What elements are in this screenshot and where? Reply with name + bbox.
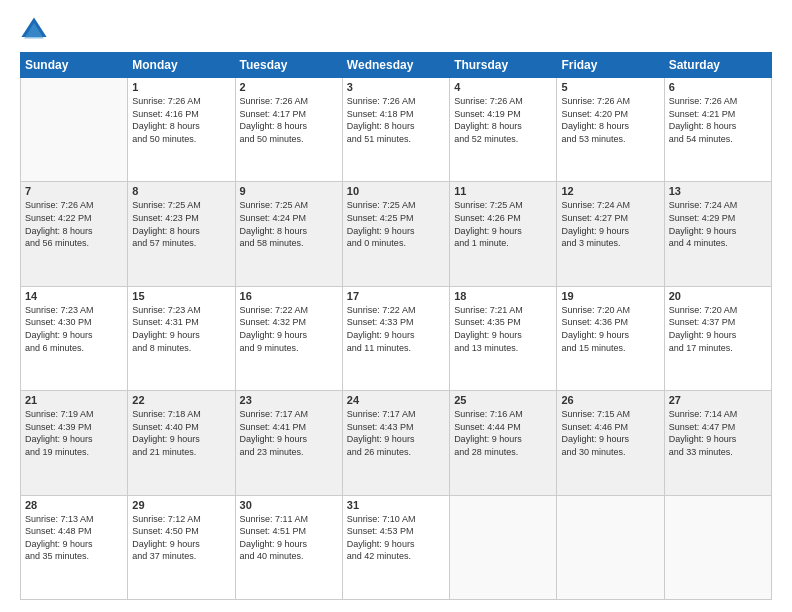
calendar-cell: 15Sunrise: 7:23 AM Sunset: 4:31 PM Dayli… <box>128 286 235 390</box>
calendar-cell: 1Sunrise: 7:26 AM Sunset: 4:16 PM Daylig… <box>128 78 235 182</box>
day-info: Sunrise: 7:12 AM Sunset: 4:50 PM Dayligh… <box>132 513 230 563</box>
calendar-cell: 7Sunrise: 7:26 AM Sunset: 4:22 PM Daylig… <box>21 182 128 286</box>
day-info: Sunrise: 7:26 AM Sunset: 4:17 PM Dayligh… <box>240 95 338 145</box>
day-number: 24 <box>347 394 445 406</box>
day-info: Sunrise: 7:19 AM Sunset: 4:39 PM Dayligh… <box>25 408 123 458</box>
calendar-cell: 18Sunrise: 7:21 AM Sunset: 4:35 PM Dayli… <box>450 286 557 390</box>
day-number: 3 <box>347 81 445 93</box>
day-info: Sunrise: 7:10 AM Sunset: 4:53 PM Dayligh… <box>347 513 445 563</box>
day-info: Sunrise: 7:24 AM Sunset: 4:29 PM Dayligh… <box>669 199 767 249</box>
day-number: 5 <box>561 81 659 93</box>
day-info: Sunrise: 7:14 AM Sunset: 4:47 PM Dayligh… <box>669 408 767 458</box>
day-info: Sunrise: 7:23 AM Sunset: 4:30 PM Dayligh… <box>25 304 123 354</box>
day-info: Sunrise: 7:26 AM Sunset: 4:18 PM Dayligh… <box>347 95 445 145</box>
calendar-cell: 29Sunrise: 7:12 AM Sunset: 4:50 PM Dayli… <box>128 495 235 599</box>
day-info: Sunrise: 7:24 AM Sunset: 4:27 PM Dayligh… <box>561 199 659 249</box>
day-info: Sunrise: 7:18 AM Sunset: 4:40 PM Dayligh… <box>132 408 230 458</box>
header <box>20 16 772 44</box>
calendar-table: SundayMondayTuesdayWednesdayThursdayFrid… <box>20 52 772 600</box>
calendar-cell: 5Sunrise: 7:26 AM Sunset: 4:20 PM Daylig… <box>557 78 664 182</box>
day-info: Sunrise: 7:25 AM Sunset: 4:23 PM Dayligh… <box>132 199 230 249</box>
day-number: 12 <box>561 185 659 197</box>
header-day-thursday: Thursday <box>450 53 557 78</box>
week-row-1: 7Sunrise: 7:26 AM Sunset: 4:22 PM Daylig… <box>21 182 772 286</box>
day-number: 9 <box>240 185 338 197</box>
day-number: 8 <box>132 185 230 197</box>
day-info: Sunrise: 7:13 AM Sunset: 4:48 PM Dayligh… <box>25 513 123 563</box>
day-number: 6 <box>669 81 767 93</box>
day-number: 22 <box>132 394 230 406</box>
day-info: Sunrise: 7:17 AM Sunset: 4:43 PM Dayligh… <box>347 408 445 458</box>
calendar-cell <box>664 495 771 599</box>
day-info: Sunrise: 7:23 AM Sunset: 4:31 PM Dayligh… <box>132 304 230 354</box>
day-number: 10 <box>347 185 445 197</box>
calendar-cell: 3Sunrise: 7:26 AM Sunset: 4:18 PM Daylig… <box>342 78 449 182</box>
calendar-cell: 6Sunrise: 7:26 AM Sunset: 4:21 PM Daylig… <box>664 78 771 182</box>
day-number: 26 <box>561 394 659 406</box>
calendar-cell: 27Sunrise: 7:14 AM Sunset: 4:47 PM Dayli… <box>664 391 771 495</box>
day-number: 4 <box>454 81 552 93</box>
day-number: 16 <box>240 290 338 302</box>
day-number: 28 <box>25 499 123 511</box>
day-info: Sunrise: 7:11 AM Sunset: 4:51 PM Dayligh… <box>240 513 338 563</box>
header-day-tuesday: Tuesday <box>235 53 342 78</box>
calendar-cell: 24Sunrise: 7:17 AM Sunset: 4:43 PM Dayli… <box>342 391 449 495</box>
calendar-cell: 11Sunrise: 7:25 AM Sunset: 4:26 PM Dayli… <box>450 182 557 286</box>
calendar-cell: 20Sunrise: 7:20 AM Sunset: 4:37 PM Dayli… <box>664 286 771 390</box>
header-row: SundayMondayTuesdayWednesdayThursdayFrid… <box>21 53 772 78</box>
day-number: 2 <box>240 81 338 93</box>
day-number: 15 <box>132 290 230 302</box>
header-day-monday: Monday <box>128 53 235 78</box>
calendar-cell: 22Sunrise: 7:18 AM Sunset: 4:40 PM Dayli… <box>128 391 235 495</box>
day-info: Sunrise: 7:25 AM Sunset: 4:25 PM Dayligh… <box>347 199 445 249</box>
calendar-cell <box>557 495 664 599</box>
day-info: Sunrise: 7:20 AM Sunset: 4:37 PM Dayligh… <box>669 304 767 354</box>
calendar-cell: 25Sunrise: 7:16 AM Sunset: 4:44 PM Dayli… <box>450 391 557 495</box>
page: SundayMondayTuesdayWednesdayThursdayFrid… <box>0 0 792 612</box>
calendar-cell: 23Sunrise: 7:17 AM Sunset: 4:41 PM Dayli… <box>235 391 342 495</box>
day-info: Sunrise: 7:21 AM Sunset: 4:35 PM Dayligh… <box>454 304 552 354</box>
day-info: Sunrise: 7:26 AM Sunset: 4:20 PM Dayligh… <box>561 95 659 145</box>
day-number: 30 <box>240 499 338 511</box>
day-info: Sunrise: 7:15 AM Sunset: 4:46 PM Dayligh… <box>561 408 659 458</box>
week-row-4: 28Sunrise: 7:13 AM Sunset: 4:48 PM Dayli… <box>21 495 772 599</box>
header-day-wednesday: Wednesday <box>342 53 449 78</box>
day-number: 20 <box>669 290 767 302</box>
calendar-cell: 16Sunrise: 7:22 AM Sunset: 4:32 PM Dayli… <box>235 286 342 390</box>
calendar-cell: 8Sunrise: 7:25 AM Sunset: 4:23 PM Daylig… <box>128 182 235 286</box>
day-info: Sunrise: 7:22 AM Sunset: 4:33 PM Dayligh… <box>347 304 445 354</box>
header-day-friday: Friday <box>557 53 664 78</box>
day-info: Sunrise: 7:25 AM Sunset: 4:26 PM Dayligh… <box>454 199 552 249</box>
calendar-cell: 10Sunrise: 7:25 AM Sunset: 4:25 PM Dayli… <box>342 182 449 286</box>
day-info: Sunrise: 7:20 AM Sunset: 4:36 PM Dayligh… <box>561 304 659 354</box>
day-info: Sunrise: 7:26 AM Sunset: 4:19 PM Dayligh… <box>454 95 552 145</box>
calendar-cell: 17Sunrise: 7:22 AM Sunset: 4:33 PM Dayli… <box>342 286 449 390</box>
day-info: Sunrise: 7:17 AM Sunset: 4:41 PM Dayligh… <box>240 408 338 458</box>
calendar-cell: 19Sunrise: 7:20 AM Sunset: 4:36 PM Dayli… <box>557 286 664 390</box>
day-number: 31 <box>347 499 445 511</box>
header-day-saturday: Saturday <box>664 53 771 78</box>
day-number: 21 <box>25 394 123 406</box>
calendar-cell: 31Sunrise: 7:10 AM Sunset: 4:53 PM Dayli… <box>342 495 449 599</box>
calendar-cell: 13Sunrise: 7:24 AM Sunset: 4:29 PM Dayli… <box>664 182 771 286</box>
day-number: 7 <box>25 185 123 197</box>
calendar-cell: 26Sunrise: 7:15 AM Sunset: 4:46 PM Dayli… <box>557 391 664 495</box>
header-day-sunday: Sunday <box>21 53 128 78</box>
day-number: 11 <box>454 185 552 197</box>
calendar-cell: 12Sunrise: 7:24 AM Sunset: 4:27 PM Dayli… <box>557 182 664 286</box>
calendar-cell: 9Sunrise: 7:25 AM Sunset: 4:24 PM Daylig… <box>235 182 342 286</box>
calendar-cell <box>21 78 128 182</box>
day-number: 25 <box>454 394 552 406</box>
day-number: 29 <box>132 499 230 511</box>
day-info: Sunrise: 7:16 AM Sunset: 4:44 PM Dayligh… <box>454 408 552 458</box>
day-number: 19 <box>561 290 659 302</box>
day-number: 23 <box>240 394 338 406</box>
calendar-cell: 14Sunrise: 7:23 AM Sunset: 4:30 PM Dayli… <box>21 286 128 390</box>
day-number: 14 <box>25 290 123 302</box>
day-info: Sunrise: 7:26 AM Sunset: 4:21 PM Dayligh… <box>669 95 767 145</box>
day-number: 17 <box>347 290 445 302</box>
week-row-0: 1Sunrise: 7:26 AM Sunset: 4:16 PM Daylig… <box>21 78 772 182</box>
day-number: 1 <box>132 81 230 93</box>
day-info: Sunrise: 7:22 AM Sunset: 4:32 PM Dayligh… <box>240 304 338 354</box>
logo <box>20 16 52 44</box>
